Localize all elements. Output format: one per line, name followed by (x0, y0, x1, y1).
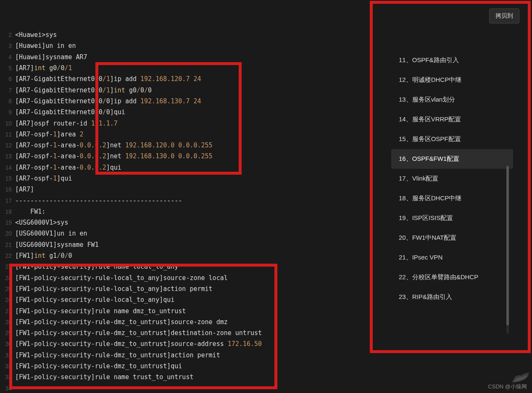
line-number: 17 (0, 197, 14, 204)
code-line: 31[FW1-policy-security-rule-dmz_to_untru… (0, 350, 370, 361)
code-content: [AR7-ospf-1-area-0.0.0.2]net 192.168.130… (14, 152, 213, 160)
code-content: [FW1-policy-security]rule name dmz_to_un… (14, 307, 186, 315)
code-content: [AR7-ospf-1]area 2 (14, 131, 84, 138)
code-line: 20[USG6000V1]un in en (0, 228, 370, 239)
code-content: [AR7-GigabitEthernet0/0/0]ip add 192.168… (14, 97, 201, 105)
line-number: 5 (0, 65, 14, 71)
wing-decoration-icon (511, 371, 530, 384)
code-content: [AR7-GigabitEthernet0/0/1]int g0/0/0 (14, 86, 152, 94)
code-content: [AR7-ospf-1-area-0.0.0.2]qui (14, 164, 121, 171)
code-content: [FW1-policy-security]rule name trust_to_… (14, 373, 193, 381)
toc-item-16[interactable]: 16、OSPF&FW1配置 (391, 149, 513, 169)
code-content: [Huawei]un in en (14, 42, 76, 50)
code-content: [FW1-policy-security-rule-dmz_to_untrust… (14, 351, 220, 359)
code-line: 8[AR7-GigabitEthernet0/0/0]ip add 192.16… (0, 96, 370, 107)
line-number: 14 (0, 164, 14, 171)
toc-item-11[interactable]: 11、OSPF&路由引入 (391, 50, 513, 70)
watermark-text: CSDN @小猿网 (488, 383, 527, 390)
code-line: 33[FW1-policy-security]rule name trust_t… (0, 372, 370, 383)
code-line: 34 (0, 383, 370, 393)
code-content: [USG6000V1]un in en (14, 230, 87, 237)
line-number: 21 (0, 241, 14, 248)
code-line: 11[AR7-ospf-1]area 2 (0, 129, 370, 140)
code-content: [FW1]int g1/0/0 (14, 252, 72, 259)
code-content: FW1: (14, 208, 45, 215)
line-number: 27 (0, 308, 14, 314)
code-content: [FW1-policy-security]rule name local_to_… (14, 263, 178, 270)
line-number: 19 (0, 219, 14, 226)
code-line: 10[AR7]ospf router-id 1.1.1.7 (0, 118, 370, 128)
line-number: 30 (0, 341, 14, 347)
code-line: 3[Huawei]un in en (0, 40, 370, 51)
code-line: 30[FW1-policy-security-rule-dmz_to_untru… (0, 338, 370, 349)
code-block: 2<Huawei>sys3[Huawei]un in en4[Huawei]sy… (0, 6, 370, 393)
line-number: 34 (0, 385, 14, 392)
toc-item-21[interactable]: 21、IPsec VPN (391, 248, 513, 267)
code-content: [FW1-policy-security-rule-dmz_to_untrust… (14, 362, 182, 370)
code-line: 18 FW1: (0, 206, 370, 217)
code-line: 25[FW1-policy-security-rule-local_to_any… (0, 283, 370, 294)
line-number: 11 (0, 131, 14, 138)
toc-item-18[interactable]: 18、服务区DHCP中继 (391, 189, 513, 208)
line-number: 20 (0, 230, 14, 237)
line-number: 22 (0, 252, 14, 259)
code-content: <USG6000V1>sys (14, 219, 68, 226)
toc-item-20[interactable]: 20、FW1中NAT配置 (391, 228, 513, 248)
code-line: 22[FW1]int g1/0/0 (0, 250, 370, 261)
code-line: 17--------------------------------------… (0, 195, 370, 206)
scrollbar-track[interactable] (506, 166, 509, 334)
code-content: <Huawei>sys (14, 31, 57, 39)
code-line: 5[AR7]int g0/0/1 (0, 63, 370, 73)
code-content: [FW1-policy-security-rule-local_to_any]a… (14, 285, 213, 293)
toc-item-17[interactable]: 17、Vlink配置 (391, 169, 513, 189)
code-content: [USG6000V1]sysname FW1 (14, 241, 99, 249)
code-content: [AR7]int g0/0/1 (14, 64, 72, 72)
code-content: ----------------------------------------… (14, 197, 182, 204)
line-number: 9 (0, 109, 14, 115)
line-number: 7 (0, 87, 14, 94)
line-number: 23 (0, 263, 14, 270)
code-line: 27[FW1-policy-security]rule name dmz_to_… (0, 305, 370, 316)
toc-item-14[interactable]: 14、服务区VRRP配置 (391, 110, 513, 129)
line-number: 26 (0, 296, 14, 303)
toc-item-12[interactable]: 12、明诚楼DHCP中继 (391, 70, 513, 90)
code-line: 16[AR7] (0, 184, 370, 195)
code-content: [FW1-policy-security-rule-local_to_any]s… (14, 274, 228, 282)
line-number: 8 (0, 98, 14, 105)
code-line: 9[AR7-GigabitEthernet0/0/0]qui (0, 107, 370, 118)
line-number: 6 (0, 76, 14, 82)
toc-item-22[interactable]: 22、分校区单臂路由&DHCP (391, 267, 513, 287)
toc-item-19[interactable]: 19、ISP区ISIS配置 (391, 208, 513, 228)
line-number: 18 (0, 208, 14, 215)
code-content (14, 385, 19, 392)
toc-item-23[interactable]: 23、RIP&路由引入 (391, 287, 513, 307)
line-number: 29 (0, 330, 14, 336)
code-content: [FW1-policy-security-rule-dmz_to_untrust… (14, 329, 262, 337)
line-number: 4 (0, 54, 14, 60)
line-number: 28 (0, 319, 14, 325)
code-line: 26[FW1-policy-security-rule-local_to_any… (0, 294, 370, 305)
code-line: 24[FW1-policy-security-rule-local_to_any… (0, 272, 370, 283)
line-number: 24 (0, 275, 14, 281)
table-of-contents: 11、OSPF&路由引入12、明诚楼DHCP中继13、服务区vlan划分14、服… (391, 50, 513, 307)
code-content: [Huawei]sysname AR7 (14, 53, 87, 61)
code-line: 14[AR7-ospf-1-area-0.0.0.2]qui (0, 162, 370, 173)
toc-item-15[interactable]: 15、服务区OSPF配置 (391, 129, 513, 149)
code-content: [AR7-GigabitEthernet0/0/1]ip add 192.168… (14, 75, 201, 83)
line-number: 3 (0, 42, 14, 49)
code-content: [FW1-policy-security-rule-dmz_to_untrust… (14, 318, 228, 326)
toc-item-13[interactable]: 13、服务区vlan划分 (391, 90, 513, 110)
copy-button[interactable]: 拷贝到 (489, 8, 519, 24)
code-line: 29[FW1-policy-security-rule-dmz_to_untru… (0, 328, 370, 338)
line-number: 2 (0, 31, 14, 38)
code-line: 2<Huawei>sys (0, 29, 370, 40)
code-line: 4[Huawei]sysname AR7 (0, 52, 370, 63)
code-line: 13[AR7-ospf-1-area-0.0.0.2]net 192.168.1… (0, 151, 370, 162)
line-number: 13 (0, 153, 14, 160)
line-number: 33 (0, 374, 14, 380)
scrollbar-thumb[interactable] (506, 166, 509, 325)
line-number: 10 (0, 120, 14, 127)
line-number: 31 (0, 352, 14, 359)
code-line: 15[AR7-ospf-1]qui (0, 173, 370, 184)
code-content: [AR7]ospf router-id 1.1.1.7 (14, 120, 118, 127)
